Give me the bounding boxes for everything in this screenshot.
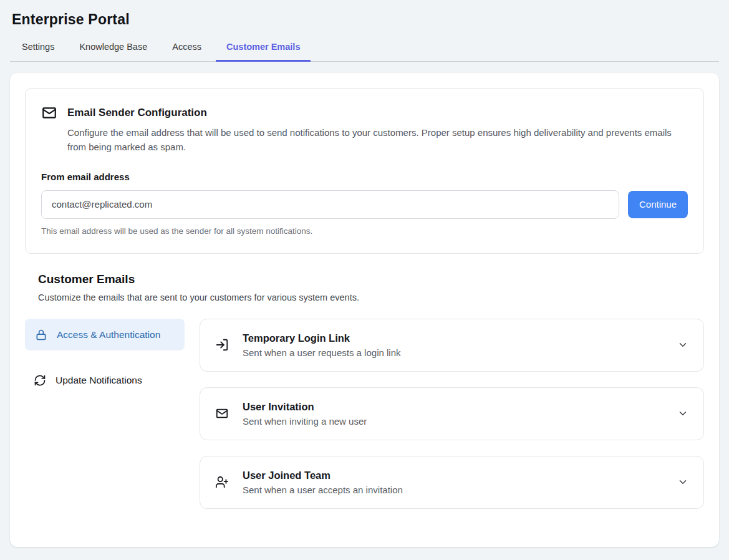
template-text: User Joined Team Sent when a user accept… <box>243 470 403 495</box>
mail-icon <box>215 407 229 420</box>
mail-icon <box>41 105 57 121</box>
email-template-list: Temporary Login Link Sent when a user re… <box>200 319 704 509</box>
tab-access[interactable]: Access <box>162 42 212 61</box>
sender-config-title: Email Sender Configuration <box>67 107 207 119</box>
log-in-icon <box>215 338 229 352</box>
chevron-down-icon[interactable] <box>677 476 688 488</box>
tab-customer-emails[interactable]: Customer Emails <box>216 42 311 61</box>
tab-settings[interactable]: Settings <box>11 42 65 61</box>
from-email-label: From email address <box>41 171 688 182</box>
from-email-row: Continue <box>41 190 688 219</box>
from-email-helper-text: This email address will be used as the s… <box>41 226 688 236</box>
page-header: Enterprise Portal <box>0 0 729 28</box>
template-title: User Invitation <box>243 401 367 413</box>
page-title: Enterprise Portal <box>12 11 717 28</box>
from-email-input[interactable] <box>41 190 619 219</box>
category-update-notifications[interactable]: Update Notifications <box>25 365 185 395</box>
template-subtitle: Sent when a user requests a login link <box>243 347 400 358</box>
customer-emails-section: Customer Emails Customize the emails tha… <box>25 273 704 509</box>
email-category-list: Access & Authentication Update Notificat… <box>25 319 185 395</box>
chevron-down-icon[interactable] <box>677 408 688 419</box>
refresh-icon <box>34 374 46 387</box>
sender-config-description: Configure the email address that will be… <box>67 125 682 155</box>
customer-emails-subtitle: Customize the emails that are sent to yo… <box>38 292 704 302</box>
lock-icon <box>35 329 47 341</box>
main-panel: Email Sender Configuration Configure the… <box>10 73 719 547</box>
template-subtitle: Sent when a user accepts an invitation <box>243 485 403 495</box>
template-text: User Invitation Sent when inviting a new… <box>243 401 367 427</box>
tab-bar: Settings Knowledge Base Access Customer … <box>10 42 719 62</box>
template-text: Temporary Login Link Sent when a user re… <box>243 332 400 358</box>
template-subtitle: Sent when inviting a new user <box>243 416 367 427</box>
chevron-down-icon[interactable] <box>677 339 688 350</box>
sender-config-header: Email Sender Configuration <box>41 105 688 121</box>
template-card-user-invitation[interactable]: User Invitation Sent when inviting a new… <box>200 387 704 440</box>
template-title: User Joined Team <box>243 470 403 481</box>
template-card-temporary-login-link[interactable]: Temporary Login Link Sent when a user re… <box>200 319 704 372</box>
category-label: Update Notifications <box>56 373 142 387</box>
customer-emails-title: Customer Emails <box>38 273 704 286</box>
category-access-authentication[interactable]: Access & Authentication <box>25 319 185 350</box>
user-plus-icon <box>215 475 229 489</box>
category-label: Access & Authentication <box>57 327 160 342</box>
email-sender-config-card: Email Sender Configuration Configure the… <box>25 88 704 254</box>
template-title: Temporary Login Link <box>243 332 400 344</box>
tab-knowledge-base[interactable]: Knowledge Base <box>69 42 158 61</box>
template-card-user-joined-team[interactable]: User Joined Team Sent when a user accept… <box>200 456 704 509</box>
continue-button[interactable]: Continue <box>628 191 688 218</box>
